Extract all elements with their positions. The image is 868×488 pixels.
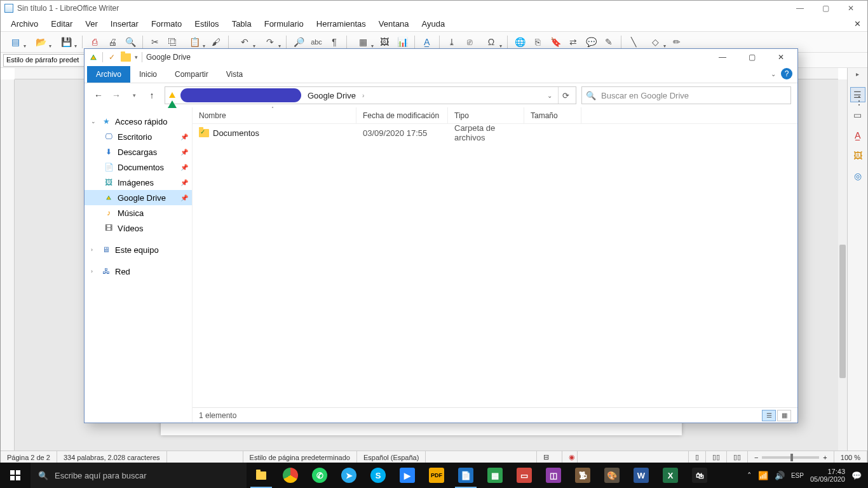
tray-clock[interactable]: 17:43 05/09/2020 — [810, 468, 845, 483]
menu-formulario[interactable]: Formulario — [258, 18, 310, 30]
tree-pictures[interactable]: 🖼Imágenes📌 — [85, 175, 192, 190]
ribbon-help-icon[interactable]: ? — [781, 68, 792, 79]
writer-vertical-scrollbar[interactable] — [838, 79, 847, 451]
nav-recent-icon[interactable]: ▾ — [126, 88, 142, 103]
writer-close-button[interactable]: ✕ — [838, 4, 864, 13]
taskbar-app-impress[interactable]: ▭ — [510, 463, 539, 488]
zoom-out-icon[interactable]: − — [754, 454, 758, 461]
taskbar-app-pdf[interactable]: PDF — [422, 463, 451, 488]
status-view-multi-icon[interactable]: ▯▯ — [706, 451, 727, 463]
tray-notifications-icon[interactable]: 💬 — [851, 471, 862, 480]
status-insert-mode[interactable]: ⊟ — [537, 451, 562, 463]
explorer-minimize-button[interactable]: — — [710, 49, 735, 65]
explorer-search-box[interactable]: 🔍 Buscar en Google Drive — [581, 86, 791, 104]
menu-insertar[interactable]: Insertar — [104, 18, 145, 30]
menu-ventana[interactable]: Ventana — [372, 18, 416, 30]
breadcrumb-google-drive[interactable]: Google Drive — [304, 91, 360, 100]
sidebar-navigator-icon[interactable]: ◎ — [850, 168, 865, 184]
status-view-book-icon[interactable]: ▯▯ — [727, 451, 748, 463]
menu-herramientas[interactable]: Herramientas — [310, 18, 372, 30]
status-language[interactable]: Español (España) — [357, 451, 426, 463]
breadcrumb-separator-icon[interactable]: › — [362, 92, 364, 99]
tray-overflow-icon[interactable]: ˄ — [747, 471, 752, 480]
ribbon-tab-vista[interactable]: Vista — [217, 66, 252, 83]
explorer-maximize-button[interactable]: ▢ — [739, 49, 764, 65]
taskbar-app-chrome[interactable] — [276, 463, 305, 488]
quick-access-pin-icon[interactable]: ✓ — [107, 52, 117, 62]
tray-language-icon[interactable]: ESP — [791, 472, 804, 479]
sidebar-more-icon[interactable]: ⋮ — [853, 93, 865, 107]
zoom-slider[interactable] — [762, 456, 819, 459]
ribbon-expand-icon[interactable]: ⌄ — [771, 71, 776, 78]
menu-archivo[interactable]: Archivo — [4, 18, 44, 30]
ribbon-tab-archivo[interactable]: Archivo — [87, 66, 130, 83]
tree-network[interactable]: ›🖧Red — [85, 264, 192, 279]
tree-downloads[interactable]: ⬇Descargas📌 — [85, 144, 192, 159]
nav-up-icon[interactable]: ↑ — [144, 88, 159, 103]
taskbar-app-word[interactable]: W — [627, 463, 656, 488]
status-page[interactable]: Página 2 de 2 — [1, 451, 57, 463]
taskbar-app-explorer[interactable] — [247, 463, 276, 488]
taskbar-app-base[interactable]: ◫ — [539, 463, 568, 488]
open-icon[interactable]: 📂 — [29, 34, 53, 50]
column-type[interactable]: Tipo — [448, 107, 524, 123]
column-name[interactable]: Nombre — [193, 107, 356, 123]
scrollbar-thumb[interactable] — [839, 245, 846, 378]
ribbon-tab-inicio[interactable]: Inicio — [130, 66, 166, 83]
tray-volume-icon[interactable]: 🔊 — [775, 471, 785, 480]
save-icon[interactable]: 💾 — [54, 34, 78, 50]
status-page-style[interactable]: Estilo de página predeterminado — [243, 451, 357, 463]
taskbar-app-calc[interactable]: ▦ — [480, 463, 510, 488]
taskbar-app-gimp[interactable]: 🎨 — [597, 463, 627, 488]
sidebar-collapse-icon[interactable]: ▸ — [856, 71, 859, 78]
list-item[interactable]: Documentos 03/09/2020 17:55 Carpeta de a… — [193, 125, 797, 140]
view-large-icons-icon[interactable]: ▦ — [777, 410, 791, 421]
taskbar-app-writer[interactable]: 📄 — [451, 463, 480, 488]
explorer-close-button[interactable]: ✕ — [768, 49, 794, 65]
column-date[interactable]: Fecha de modificación — [356, 107, 448, 123]
status-wordcount[interactable]: 334 palabras, 2.028 caracteres — [57, 451, 167, 463]
title-dropdown-icon[interactable]: ▾ — [135, 54, 138, 60]
taskbar-app-skype[interactable]: S — [363, 463, 393, 488]
taskbar-app-whatsapp[interactable]: ✆ — [305, 463, 334, 488]
writer-maximize-button[interactable]: ▢ — [813, 4, 838, 13]
ribbon-tab-compartir[interactable]: Compartir — [166, 66, 217, 83]
start-button[interactable] — [0, 463, 31, 488]
tree-documents[interactable]: 📄Documentos📌 — [85, 159, 192, 175]
paragraph-style-combo[interactable]: Estilo de párrafo predet — [3, 54, 86, 67]
sidebar-page-icon[interactable]: ▭ — [850, 107, 865, 123]
taskbar-search[interactable]: 🔍 Escribe aquí para buscar — [31, 463, 247, 488]
address-dropdown-icon[interactable]: ⌄ — [544, 92, 555, 99]
file-list[interactable]: Documentos 03/09/2020 17:55 Carpeta de a… — [193, 124, 797, 407]
new-document-icon[interactable]: ▤ — [3, 34, 27, 50]
tree-google-drive[interactable]: Google Drive📌 — [85, 190, 192, 205]
taskbar-app-meet[interactable]: ▶ — [393, 463, 422, 488]
taskbar-app-zip[interactable]: 🗜 — [568, 463, 597, 488]
vertical-ruler[interactable] — [1, 79, 15, 451]
tree-quick-access[interactable]: ⌄★Acceso rápido — [85, 114, 192, 129]
tree-music[interactable]: ♪Música — [85, 205, 192, 220]
tree-desktop[interactable]: 🖵Escritorio📌 — [85, 129, 192, 144]
sidebar-styles-icon[interactable]: A̲ — [850, 128, 865, 143]
menu-formato[interactable]: Formato — [145, 18, 188, 30]
nav-forward-icon[interactable]: → — [109, 88, 124, 103]
status-signature[interactable]: ◉ — [562, 451, 578, 463]
zoom-in-icon[interactable]: + — [823, 454, 827, 461]
menu-estilos[interactable]: Estilos — [188, 18, 225, 30]
taskbar-app-telegram[interactable]: ➤ — [334, 463, 363, 488]
tray-wifi-icon[interactable]: 📶 — [758, 471, 768, 480]
sidebar-gallery-icon[interactable]: 🖼 — [850, 148, 865, 163]
tree-videos[interactable]: 🎞Vídeos — [85, 220, 192, 236]
menu-editar[interactable]: Editar — [44, 18, 79, 30]
menu-ver[interactable]: Ver — [79, 18, 104, 30]
status-view-single-icon[interactable]: ▯ — [689, 451, 706, 463]
menu-tabla[interactable]: Tabla — [226, 18, 258, 30]
nav-back-icon[interactable]: ← — [91, 88, 106, 103]
view-details-icon[interactable]: ☰ — [762, 410, 776, 421]
tree-this-pc[interactable]: ›🖥Este equipo — [85, 242, 192, 257]
taskbar-app-excel[interactable]: X — [656, 463, 685, 488]
address-bar[interactable]: Google Drive › ⌄ ⟳ — [165, 86, 576, 104]
status-zoom-value[interactable]: 100 % — [834, 451, 867, 463]
taskbar-app-store[interactable]: 🛍 — [685, 463, 714, 488]
writer-minimize-button[interactable]: — — [787, 4, 813, 13]
